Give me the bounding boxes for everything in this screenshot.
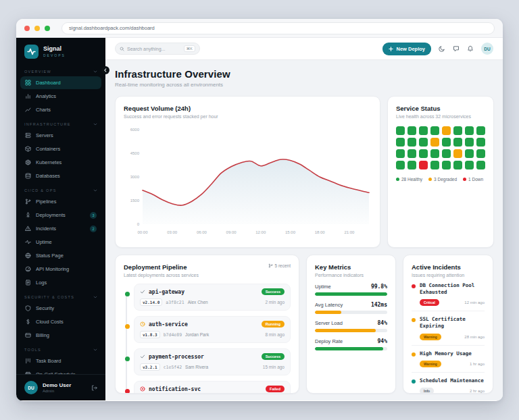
sidebar-item-deployments[interactable]: Deployments 3 <box>20 209 101 221</box>
sidebar-section-label[interactable]: CI/CD & OPS <box>16 183 105 194</box>
incident-item[interactable]: Scheduled Maintenance Info 2 hr ago <box>412 373 485 394</box>
search-input[interactable]: Search anything... ⌘K <box>115 43 200 55</box>
sidebar-item-label: Charts <box>36 107 51 113</box>
service-cell-r4c5-healthy[interactable] <box>442 161 451 169</box>
traffic-light-close[interactable] <box>24 26 30 31</box>
service-cell-r3c1-healthy[interactable] <box>396 149 405 158</box>
service-cell-r3c4-healthy[interactable] <box>430 149 439 158</box>
section-label-text: INFRASTRUCTURE <box>24 122 71 126</box>
service-cell-r3c3-healthy[interactable] <box>419 149 428 158</box>
service-cell-r2c6-healthy[interactable] <box>453 138 462 147</box>
sidebar-item-containers[interactable]: Containers <box>20 142 101 155</box>
service-cell-r4c3-down[interactable] <box>419 161 428 169</box>
sidebar-item-analytics[interactable]: Analytics <box>20 90 101 103</box>
service-cell-r4c7-healthy[interactable] <box>465 161 474 169</box>
chevron-down-icon <box>93 70 97 74</box>
dark-mode-icon[interactable] <box>439 45 445 52</box>
service-cell-r2c8-healthy[interactable] <box>476 138 485 147</box>
incident-item[interactable]: SSL Certificate Expiring Warning 28 min … <box>412 311 485 345</box>
service-cell-r4c8-healthy[interactable] <box>476 161 485 169</box>
sidebar-item-billing[interactable]: Billing <box>20 329 101 342</box>
incident-item[interactable]: DB Connection Pool Exhausted Critical 12… <box>412 278 485 311</box>
sidebar-item-logs[interactable]: Logs <box>20 276 101 289</box>
topbar-avatar[interactable]: DU <box>481 43 493 55</box>
chevron-down-icon <box>93 348 97 352</box>
sidebar-collapse-button[interactable] <box>101 66 109 74</box>
metric-row: Uptime 99.8% <box>315 284 387 296</box>
chat-icon[interactable] <box>453 45 460 52</box>
sidebar-section-label[interactable]: SECURITY & COSTS <box>16 290 105 301</box>
service-cell-r2c4-degraded[interactable] <box>430 138 439 147</box>
service-cell-r1c2-healthy[interactable] <box>407 126 416 135</box>
svg-text:15:00: 15:00 <box>285 230 296 234</box>
incident-severity-badge: Warning <box>420 361 441 367</box>
key-metrics-subtitle: Performance indicators <box>315 273 387 278</box>
new-deploy-button[interactable]: New Deploy <box>382 43 431 55</box>
rocket-icon <box>25 212 31 218</box>
service-cell-r2c5-healthy[interactable] <box>442 138 451 147</box>
service-cell-r1c6-healthy[interactable] <box>453 126 462 135</box>
service-cell-r1c7-healthy[interactable] <box>465 126 474 135</box>
sidebar-section-label[interactable]: TOOLS <box>16 342 105 354</box>
address-bar[interactable]: signal.dashboardpack.com/dashboard <box>61 22 495 34</box>
deployment-item[interactable]: auth-service Running v1.8.3 b7d4e89 Jord… <box>134 316 291 343</box>
service-cell-r2c1-healthy[interactable] <box>396 138 405 147</box>
request-volume-chart: 0150030004500600000:0003:0006:0009:0012:… <box>124 124 372 239</box>
timeline-rail <box>126 293 127 394</box>
sidebar-item-security[interactable]: Security <box>20 302 101 315</box>
sidebar-item-servers[interactable]: Servers <box>20 129 101 142</box>
incident-item[interactable]: High Memory Usage Warning 1 hr ago <box>412 346 485 373</box>
service-cell-r2c3-healthy[interactable] <box>419 138 428 147</box>
x-circle-icon <box>140 386 145 392</box>
service-cell-r1c1-healthy[interactable] <box>396 126 405 135</box>
service-cell-r4c4-healthy[interactable] <box>430 161 439 169</box>
sidebar-item-on-call-schedule[interactable]: On-Call Schedule <box>20 368 101 374</box>
sidebar-item-pipelines[interactable]: Pipelines <box>20 195 101 208</box>
traffic-light-maximize[interactable] <box>45 26 50 31</box>
svg-text:03:00: 03:00 <box>167 230 178 234</box>
service-cell-r1c5-degraded[interactable] <box>442 126 451 135</box>
service-cell-r3c8-healthy[interactable] <box>476 149 485 158</box>
traffic-light-minimize[interactable] <box>34 26 40 31</box>
service-cell-r1c3-healthy[interactable] <box>419 126 428 135</box>
sidebar-item-cloud-costs[interactable]: Cloud Costs <box>20 315 101 328</box>
service-cell-r3c2-healthy[interactable] <box>407 149 416 158</box>
service-cell-r1c8-healthy[interactable] <box>476 126 485 135</box>
service-cell-r4c2-healthy[interactable] <box>407 161 416 169</box>
sidebar-user[interactable]: DU Demo User Admin <box>16 374 105 400</box>
sidebar-item-api-monitoring[interactable]: API Monitoring <box>20 263 101 275</box>
sidebar-item-charts[interactable]: Charts <box>20 103 101 116</box>
service-cell-r2c7-healthy[interactable] <box>465 138 474 147</box>
sidebar-item-label: Pipelines <box>36 199 56 205</box>
sidebar-item-uptime[interactable]: Uptime <box>20 236 101 248</box>
sidebar-item-task-board[interactable]: Task Board <box>20 355 101 367</box>
sidebar-item-dashboard[interactable]: Dashboard <box>20 76 101 89</box>
deployment-item[interactable]: payment-processor Success v3.2.1 c1e5f42… <box>134 348 291 375</box>
section-label-text: SECURITY & COSTS <box>24 295 74 299</box>
deployment-item[interactable]: api-gateway Success v2.14.0 a3f8c21 Alex… <box>134 284 291 311</box>
sidebar-item-incidents[interactable]: Incidents 2 <box>20 222 101 235</box>
sidebar-section-label[interactable]: INFRASTRUCTURE <box>16 117 105 128</box>
sidebar-section-label[interactable]: OVERVIEW <box>16 64 105 76</box>
incident-time: 1 hr ago <box>470 362 485 366</box>
service-cell-r4c1-healthy[interactable] <box>396 161 405 169</box>
logout-icon[interactable] <box>91 385 97 391</box>
sidebar-item-kubernetes[interactable]: Kubernetes <box>20 156 101 169</box>
service-status-card: Service Status Live health across 32 mic… <box>387 96 494 248</box>
deployment-item[interactable]: notification-svc Failed v1.4.0 d9a8b73 M… <box>134 381 291 394</box>
sidebar-item-databases[interactable]: Databases <box>20 169 101 182</box>
service-cell-r4c6-healthy[interactable] <box>453 161 462 169</box>
sidebar-item-status-page[interactable]: Status Page <box>20 249 101 262</box>
service-cell-r2c2-healthy[interactable] <box>407 138 416 147</box>
user-name: Demo User <box>43 382 71 388</box>
service-cell-r3c6-degraded[interactable] <box>453 149 462 158</box>
service-cell-r1c4-healthy[interactable] <box>430 126 439 135</box>
incident-dot <box>412 379 416 384</box>
deploy-status-badge: Success <box>262 288 285 295</box>
service-cell-r3c5-healthy[interactable] <box>442 149 451 158</box>
service-cell-r3c7-healthy[interactable] <box>465 149 474 158</box>
version-badge: v2.14.0 <box>140 298 162 306</box>
version-badge: v3.2.1 <box>140 363 160 371</box>
search-placeholder: Search anything... <box>127 47 181 51</box>
bell-icon[interactable] <box>467 45 474 52</box>
